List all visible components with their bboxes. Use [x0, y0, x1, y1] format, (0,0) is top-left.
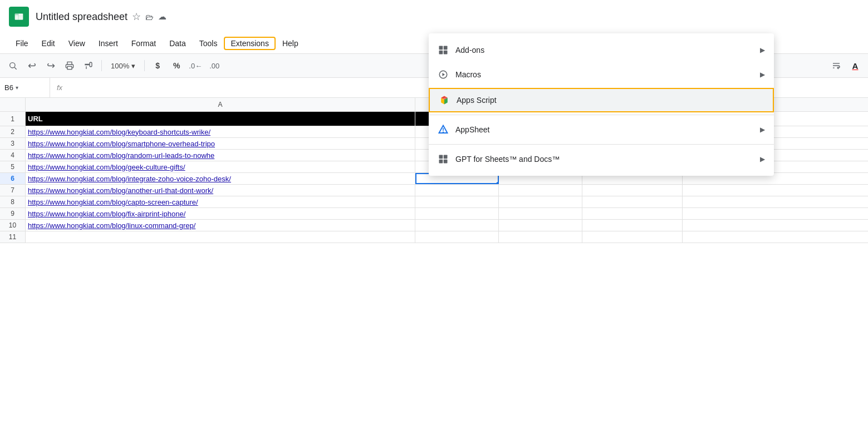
svg-line-8	[14, 67, 17, 70]
grid-cell-a4[interactable]: https://www.hongkiat.com/blog/random-url…	[26, 150, 415, 161]
percent-button[interactable]: %	[168, 57, 185, 74]
star-icon[interactable]: ☆	[132, 11, 141, 23]
row-header-5[interactable]: 5	[0, 161, 26, 172]
svg-point-7	[10, 63, 15, 68]
dropdown-item-gpt[interactable]: GPT for Sheets™ and Docs™ ▶	[429, 147, 774, 171]
menu-view[interactable]: View	[62, 37, 92, 50]
row-header-10[interactable]: 10	[0, 220, 26, 231]
menu-tools[interactable]: Tools	[193, 37, 224, 50]
menu-format[interactable]: Format	[125, 37, 163, 50]
menu-edit[interactable]: Edit	[35, 37, 62, 50]
grid-cell-a9[interactable]: https://www.hongkiat.com/blog/fix-airpri…	[26, 208, 415, 219]
title-icons: ☆ 🗁 ☁	[132, 11, 166, 23]
menu-file[interactable]: File	[9, 37, 35, 50]
zoom-value: 100%	[111, 62, 129, 70]
folder-icon[interactable]: 🗁	[145, 12, 154, 22]
row-header-8[interactable]: 8	[0, 196, 26, 207]
svg-rect-26	[444, 160, 448, 164]
currency-button[interactable]: $	[149, 57, 166, 74]
title-bar: Untitled spreadsheet ☆ 🗁 ☁	[0, 0, 868, 33]
grid-cell-a8[interactable]: https://www.hongkiat.com/blog/capto-scre…	[26, 196, 415, 207]
grid-cell-a5[interactable]: https://www.hongkiat.com/blog/geek-cultu…	[26, 161, 415, 172]
menu-help[interactable]: Help	[276, 37, 305, 50]
zoom-control[interactable]: 100% ▾	[106, 57, 140, 74]
apps-script-icon	[439, 95, 450, 106]
svg-marker-18	[443, 73, 445, 76]
grid-cell-c8[interactable]	[499, 196, 582, 207]
paint-format-button[interactable]	[80, 57, 97, 74]
text-wrap-button[interactable]	[828, 57, 845, 74]
dropdown-item-macros[interactable]: Macros ▶	[429, 62, 774, 87]
row-header-4[interactable]: 4	[0, 150, 26, 161]
dropdown-item-appsheet[interactable]: AppSheet ▶	[429, 117, 774, 142]
row-header-6[interactable]: 6	[0, 173, 26, 184]
grid-cell-a2[interactable]: https://www.hongkiat.com/blog/keyboard-s…	[26, 126, 415, 137]
row-header-9[interactable]: 9	[0, 208, 26, 219]
print-button[interactable]	[61, 57, 78, 74]
grid-cell-c9[interactable]	[499, 208, 582, 219]
svg-rect-2	[15, 14, 18, 16]
row-header-3[interactable]: 3	[0, 138, 26, 149]
grid-cell-a10[interactable]: https://www.hongkiat.com/blog/linux-comm…	[26, 220, 415, 231]
grid-cell-d10[interactable]	[582, 220, 683, 231]
redo-button[interactable]: ↪	[42, 57, 59, 74]
grid-cell-b10[interactable]	[415, 220, 499, 231]
grid-cell-a11[interactable]	[26, 231, 415, 243]
grid-cell-d11[interactable]	[582, 231, 683, 243]
undo-button[interactable]: ↩	[23, 57, 40, 74]
svg-rect-24	[444, 155, 448, 159]
grid-cell-a7[interactable]: https://www.hongkiat.com/blog/another-ur…	[26, 185, 415, 196]
grid-cell-a3[interactable]: https://www.hongkiat.com/blog/smartphone…	[26, 138, 415, 149]
grid-cell-a1[interactable]: URL	[26, 112, 415, 126]
gpt-icon	[438, 154, 449, 165]
row-header-1[interactable]: 1	[0, 112, 26, 126]
grid-cell-c11[interactable]	[499, 231, 582, 243]
cloud-icon[interactable]: ☁	[158, 12, 166, 22]
table-row: 7 https://www.hongkiat.com/blog/another-…	[0, 185, 868, 196]
appsheet-arrow: ▶	[760, 126, 765, 134]
gpt-label: GPT for Sheets™ and Docs™	[455, 155, 753, 164]
fx-label: fx	[57, 83, 62, 92]
grid-cell-b11[interactable]	[415, 231, 499, 243]
svg-rect-14	[444, 46, 448, 50]
macros-icon	[438, 69, 449, 80]
active-cell-dot	[496, 182, 499, 184]
cell-reference[interactable]: B6 ▾	[0, 78, 50, 97]
document-title: Untitled spreadsheet	[36, 11, 127, 23]
sheets-logo	[9, 7, 29, 27]
addons-label: Add-ons	[455, 46, 753, 55]
grid-cell-b7[interactable]	[415, 185, 499, 196]
appsheet-label: AppSheet	[455, 125, 753, 134]
macros-arrow: ▶	[760, 71, 765, 78]
menu-data[interactable]: Data	[163, 37, 193, 50]
extensions-dropdown: Add-ons ▶ Macros ▶ Apps Scri	[429, 33, 774, 176]
table-row: 11	[0, 231, 868, 243]
row-header-2[interactable]: 2	[0, 126, 26, 137]
svg-rect-13	[439, 46, 443, 50]
addons-icon	[438, 45, 449, 56]
increase-decimal-button[interactable]: .00	[206, 57, 223, 74]
dropdown-item-apps-script[interactable]: Apps Script	[429, 88, 774, 112]
svg-rect-15	[439, 51, 443, 55]
col-header-a[interactable]: A	[26, 98, 415, 111]
grid-cell-d7[interactable]	[582, 185, 683, 196]
apps-script-label: Apps Script	[457, 96, 764, 105]
grid-cell-d8[interactable]	[582, 196, 683, 207]
table-row: 9 https://www.hongkiat.com/blog/fix-airp…	[0, 208, 868, 220]
font-color-button[interactable]: A	[847, 57, 864, 74]
grid-cell-b8[interactable]	[415, 196, 499, 207]
dropdown-item-addons[interactable]: Add-ons ▶	[429, 38, 774, 62]
menu-insert[interactable]: Insert	[92, 37, 125, 50]
grid-cell-d9[interactable]	[582, 208, 683, 219]
grid-cell-b9[interactable]	[415, 208, 499, 219]
grid-cell-c10[interactable]	[499, 220, 582, 231]
row-header-7[interactable]: 7	[0, 185, 26, 196]
decrease-decimal-button[interactable]: .0←	[187, 57, 204, 74]
grid-cell-c7[interactable]	[499, 185, 582, 196]
search-button[interactable]	[4, 57, 21, 74]
cell-ref-arrow: ▾	[16, 85, 18, 91]
addons-arrow: ▶	[760, 46, 765, 54]
row-header-11[interactable]: 11	[0, 231, 26, 243]
menu-extensions[interactable]: Extensions	[224, 37, 275, 50]
grid-cell-a6[interactable]: https://www.hongkiat.com/blog/integrate-…	[26, 173, 415, 184]
